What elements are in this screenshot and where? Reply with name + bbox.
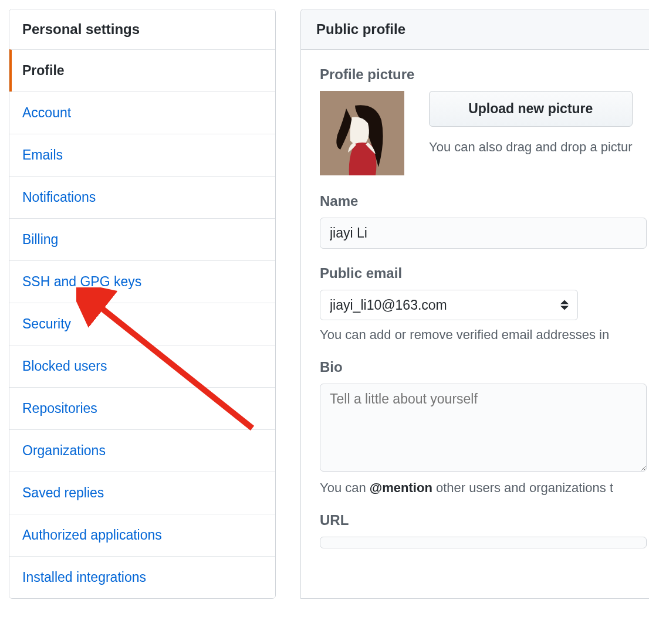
public-email-label: Public email [320,265,647,282]
sidebar-header: Personal settings [9,9,275,49]
main-header: Public profile [301,9,649,50]
public-email-hint: You can add or remove verified email add… [320,327,647,343]
sidebar-item-repositories[interactable]: Repositories [9,387,275,429]
profile-picture-label: Profile picture [320,66,647,83]
bio-textarea[interactable] [320,384,647,472]
public-email-select[interactable]: jiayi_li10@163.com [320,290,578,320]
sidebar-item-account[interactable]: Account [9,91,275,134]
upload-drag-hint: You can also drag and drop a pictur [429,140,633,155]
sidebar-item-blocked-users[interactable]: Blocked users [9,345,275,387]
sidebar-item-security[interactable]: Security [9,303,275,345]
url-section: URL [320,512,647,549]
bio-mention-hint: You can @mention other users and organiz… [320,480,647,496]
avatar-image-icon [320,91,404,175]
upload-picture-button[interactable]: Upload new picture [429,91,633,127]
profile-picture-section: Profile picture Upload new picture [320,66,647,175]
bio-section: Bio You can @mention other users and org… [320,359,647,496]
settings-sidebar: Personal settings Profile Account Emails… [9,9,276,599]
url-label: URL [320,512,647,528]
public-email-section: Public email jiayi_li10@163.com You can … [320,265,647,343]
sidebar-item-notifications[interactable]: Notifications [9,176,275,218]
sidebar-item-ssh-gpg-keys[interactable]: SSH and GPG keys [9,260,275,303]
name-section: Name [320,193,647,249]
sidebar-item-emails[interactable]: Emails [9,134,275,176]
main-panel: Public profile Profile picture [300,9,649,599]
sidebar-item-installed-integrations[interactable]: Installed integrations [9,556,275,598]
name-input[interactable] [320,218,647,249]
sidebar-item-saved-replies[interactable]: Saved replies [9,472,275,514]
sidebar-item-profile[interactable]: Profile [9,49,275,91]
sidebar-item-organizations[interactable]: Organizations [9,429,275,472]
avatar[interactable] [320,91,404,175]
sidebar-item-billing[interactable]: Billing [9,218,275,260]
name-label: Name [320,193,647,209]
bio-label: Bio [320,359,647,375]
url-input[interactable] [320,537,647,548]
sidebar-item-authorized-applications[interactable]: Authorized applications [9,514,275,556]
